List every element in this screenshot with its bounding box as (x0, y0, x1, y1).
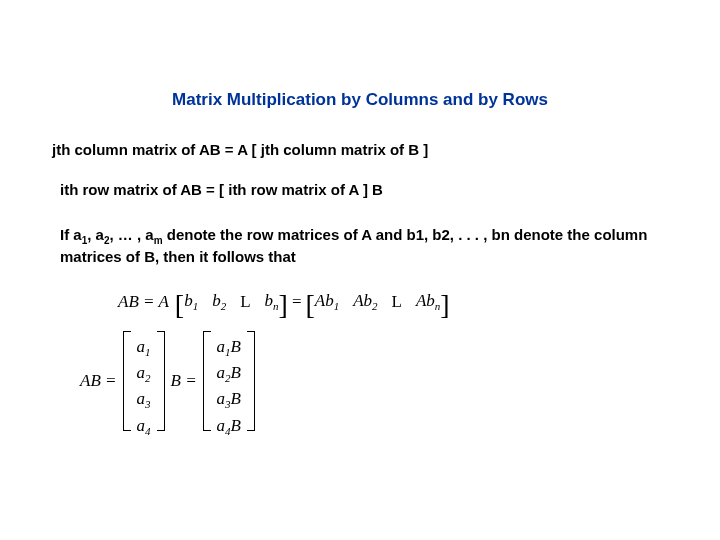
para-sub: m (154, 235, 163, 246)
a2B: a2B (217, 361, 241, 387)
a4: a4 (137, 414, 151, 440)
equation-rows: AB = a1 a2 a3 a4 B = a1B a2B a3B a4B (80, 331, 680, 431)
rule-row: ith row matrix of AB = [ ith row matrix … (60, 180, 680, 200)
slide: Matrix Multiplication by Columns and by … (0, 0, 720, 540)
explanation-paragraph: If a1, a2, … , am denote the row matrice… (60, 225, 680, 268)
para-text: , a (87, 226, 104, 243)
equation-columns: AB = A [ b1 b2 L bn ] = [ Ab1 Ab2 L Abn … (118, 291, 680, 312)
a1: a1 (137, 335, 151, 361)
eq1-ellipsis: L (240, 292, 250, 312)
eq1-abn: Abn (416, 291, 440, 312)
slide-body: jth column matrix of AB = A [ jth column… (0, 140, 720, 431)
eq1-ab2: Ab2 (353, 291, 377, 312)
bracket-left (203, 331, 211, 431)
matrix-a: a1 a2 a3 a4 (123, 331, 165, 431)
a2: a2 (137, 361, 151, 387)
eq1-bn: bn (265, 291, 279, 312)
bracket-right (247, 331, 255, 431)
para-text: , … , a (110, 226, 154, 243)
a3B: a3B (217, 387, 241, 413)
matrix-ab-col: a1B a2B a3B a4B (211, 331, 247, 431)
eq1-ab1: Ab1 (315, 291, 339, 312)
matrix-ab: a1B a2B a3B a4B (203, 331, 255, 431)
eq1-equals: = (292, 292, 302, 312)
eq2-B: B = (171, 371, 197, 391)
a1B: a1B (217, 335, 241, 361)
slide-title: Matrix Multiplication by Columns and by … (0, 0, 720, 140)
eq1-lhs: AB = A (118, 292, 169, 312)
eq1-b1: b1 (184, 291, 198, 312)
matrix-a-col: a1 a2 a3 a4 (131, 331, 157, 431)
a3: a3 (137, 387, 151, 413)
rule-column: jth column matrix of AB = A [ jth column… (52, 140, 680, 160)
bracket-left (123, 331, 131, 431)
a4B: a4B (217, 414, 241, 440)
para-text: If a (60, 226, 82, 243)
eq1-ellipsis2: L (392, 292, 402, 312)
eq1-b2: b2 (212, 291, 226, 312)
eq2-lhs: AB = (80, 371, 117, 391)
bracket-right (157, 331, 165, 431)
